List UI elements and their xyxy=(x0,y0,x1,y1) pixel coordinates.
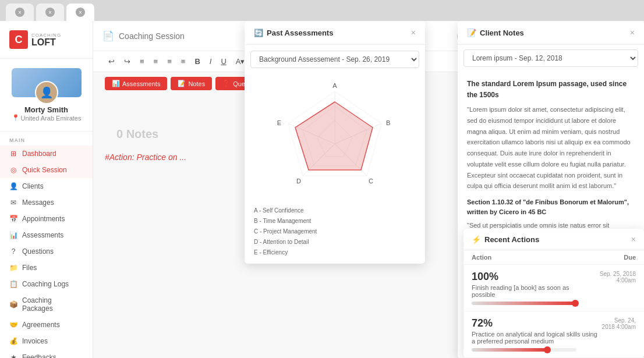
questions-tab-icon: ❓ xyxy=(222,80,231,87)
svg-text:B: B xyxy=(386,119,390,126)
app-container: C COACHING LOFT 👤 Morty Smith 📍 United A… xyxy=(0,21,644,358)
recent-actions-close[interactable]: × xyxy=(631,235,636,244)
browser-tab-2[interactable]: × xyxy=(36,3,64,21)
toolbar-align-justify[interactable]: ≡ xyxy=(178,55,189,68)
legend-item-d: D - Attention to Detail xyxy=(254,237,416,247)
toolbar-redo[interactable]: ↪ xyxy=(121,55,134,68)
sidebar-item-invoices[interactable]: 💰 Invoices xyxy=(0,333,93,349)
action-row-1: 100% Finish reading [a book] as soon as … xyxy=(472,271,636,305)
svg-text:A: A xyxy=(332,82,337,89)
recent-actions-icon: ⚡ xyxy=(472,235,481,244)
past-assessments-header: 🔄 Past Assessments × xyxy=(245,21,425,45)
toolbar-undo[interactable]: ↩ xyxy=(105,55,118,68)
notes-tab-icon: 📝 xyxy=(178,80,186,87)
action-row-2: 72% Practice on analytical and logical s… xyxy=(472,317,636,352)
svg-text:E: E xyxy=(277,119,281,126)
coaching-logs-icon: 📋 xyxy=(9,280,17,288)
sidebar-nav: MAIN ⊞ Dashboard ◎ Quick Session 👤 Clien… xyxy=(0,132,93,358)
legend-item-b: B - Time Management xyxy=(254,216,416,226)
action-percent-2: 72% xyxy=(472,317,600,329)
profile-banner: 👤 xyxy=(12,68,82,97)
client-notes-close[interactable]: × xyxy=(630,28,635,37)
progress-bar-1 xyxy=(472,302,576,305)
feedbacks-icon: ★ xyxy=(9,353,17,358)
past-assessments-title: 🔄 Past Assessments xyxy=(254,29,333,37)
main-content: 📄 💬 👤 ⚡ End Session ↩ ↪ ≡ xyxy=(93,21,644,358)
sidebar-item-messages[interactable]: ✉ Messages xyxy=(0,194,93,211)
toolbar-underline[interactable]: U xyxy=(217,55,229,68)
profile-location: 📍 United Arab Emirates xyxy=(9,114,83,122)
recent-actions-title: ⚡ Recent Actions xyxy=(472,235,539,244)
toolbar-italic[interactable]: I xyxy=(206,55,215,68)
sidebar-item-files[interactable]: 📁 Files xyxy=(0,260,93,276)
tab-close-2[interactable]: × xyxy=(45,8,55,17)
toolbar-align-center[interactable]: ≡ xyxy=(150,55,162,68)
avatar: 👤 xyxy=(35,81,58,104)
legend-item-a: A - Self Confidence xyxy=(254,205,416,216)
assessments-tab-icon: 📊 xyxy=(112,80,120,87)
client-notes-header: 📝 Client Notes × xyxy=(458,21,644,45)
radar-chart-container: A B C D E xyxy=(245,74,425,202)
sidebar-item-assessments[interactable]: 📊 Assessments xyxy=(0,227,93,243)
legend-item-e: E - Efficiency xyxy=(254,247,416,258)
radar-legend: A - Self Confidence B - Time Management … xyxy=(245,202,425,264)
sidebar: C COACHING LOFT 👤 Morty Smith 📍 United A… xyxy=(0,21,93,358)
svg-text:D: D xyxy=(296,178,301,185)
sidebar-item-coaching-logs[interactable]: 📋 Coaching Logs xyxy=(0,276,93,292)
action-due-1: Sep. 25, 2018 4:00am xyxy=(583,271,636,283)
sidebar-item-quick-session[interactable]: ◎ Quick Session xyxy=(0,162,93,178)
browser-tab-3[interactable]: × xyxy=(66,3,94,21)
sidebar-item-coaching-packages[interactable]: 📦 Coaching Packages xyxy=(0,292,93,317)
svg-text:C: C xyxy=(369,178,373,185)
toolbar-bold[interactable]: B xyxy=(191,55,203,68)
sidebar-item-label: Feedbacks xyxy=(22,353,56,358)
action-content-2: 72% Practice on analytical and logical s… xyxy=(472,317,600,352)
toolbar-align-right[interactable]: ≡ xyxy=(164,55,175,68)
sidebar-item-clients[interactable]: 👤 Clients xyxy=(0,178,93,194)
sidebar-item-label: Dashboard xyxy=(22,150,56,158)
sidebar-item-label: Files xyxy=(22,264,37,272)
action-percent-1: 100% xyxy=(472,271,583,283)
recent-actions-table-header: Action Due xyxy=(463,250,644,265)
past-assessments-close[interactable]: × xyxy=(411,28,416,37)
sidebar-item-label: Assessments xyxy=(22,231,63,239)
sidebar-item-label: Agreements xyxy=(22,321,60,329)
tab-close-1[interactable]: × xyxy=(15,8,24,17)
sidebar-item-dashboard[interactable]: ⊞ Dashboard xyxy=(0,146,93,162)
progress-bar-2 xyxy=(472,348,576,352)
toolbar-align-left[interactable]: ≡ xyxy=(136,55,148,68)
location-pin-icon: 📍 xyxy=(12,114,20,122)
profile-name: Morty Smith xyxy=(9,105,83,114)
profile-section: 👤 Morty Smith 📍 United Arab Emirates xyxy=(0,59,93,132)
sidebar-item-appointments[interactable]: 📅 Appointments xyxy=(0,211,93,227)
legend-item-c: C - Project Management xyxy=(254,226,416,237)
sidebar-item-questions[interactable]: ? Questions xyxy=(0,243,93,260)
clients-icon: 👤 xyxy=(9,182,17,190)
assessments-icon: 📊 xyxy=(9,231,17,239)
radar-chart: A B C D E xyxy=(271,80,399,196)
sidebar-item-label: Questions xyxy=(22,247,54,256)
quick-session-icon: ◎ xyxy=(9,166,17,174)
browser-tab-1[interactable]: × xyxy=(6,3,34,21)
sidebar-item-feedbacks[interactable]: ★ Feedbacks xyxy=(0,349,93,358)
logo-brand: LOFT xyxy=(31,38,61,47)
sidebar-item-label: Coaching Logs xyxy=(22,280,69,288)
past-assessments-icon: 🔄 xyxy=(254,29,263,37)
sidebar-item-label: Messages xyxy=(22,199,54,207)
agreements-icon: 🤝 xyxy=(9,321,17,329)
tab-assessments[interactable]: 📊 Assessments xyxy=(105,77,167,90)
sidebar-item-label: Quick Session xyxy=(22,166,67,174)
sidebar-item-agreements[interactable]: 🤝 Agreements xyxy=(0,317,93,333)
action-content-1: 100% Finish reading [a book] as soon as … xyxy=(472,271,583,305)
tab-notes[interactable]: 📝 Notes xyxy=(171,77,212,90)
session-input[interactable] xyxy=(119,31,221,41)
sidebar-section-label: MAIN xyxy=(0,132,93,146)
questions-icon: ? xyxy=(9,247,17,256)
recent-action-item-1: 100% Finish reading [a book] as soon as … xyxy=(463,265,644,311)
client-notes-select[interactable]: Lorem ipsum - Sep. 12, 2018 xyxy=(463,49,638,67)
past-assessments-select[interactable]: Background Assessement - Sep. 26, 2019 xyxy=(250,51,419,68)
tab-close-3[interactable]: × xyxy=(76,8,85,17)
browser-tabs: × × × xyxy=(0,0,644,21)
progress-dot-1 xyxy=(572,300,579,307)
sidebar-item-label: Appointments xyxy=(22,215,65,223)
